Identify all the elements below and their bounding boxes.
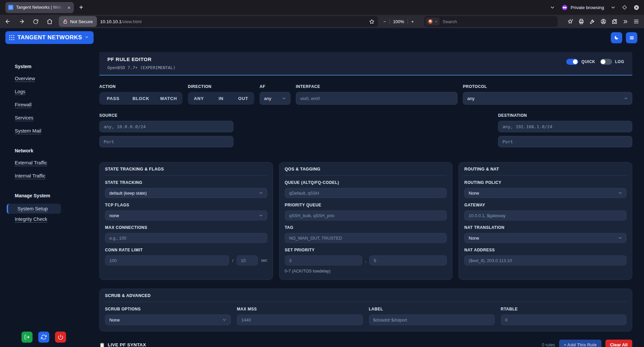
- chevron-down-icon: [282, 96, 286, 100]
- label-input[interactable]: [369, 314, 495, 325]
- home-icon[interactable]: [47, 18, 53, 24]
- account-icon[interactable]: [600, 18, 606, 24]
- sidebar-item-system-setup-active[interactable]: System Setup: [7, 204, 61, 214]
- nat-address-input[interactable]: [464, 255, 627, 265]
- extensions-puzzle-icon[interactable]: [611, 18, 618, 24]
- tools-wrench-icon[interactable]: [589, 18, 595, 24]
- back-icon[interactable]: [5, 18, 11, 24]
- quick-toggle-track[interactable]: [566, 59, 578, 65]
- tab-list-chevron-icon[interactable]: [550, 5, 555, 10]
- gateway-input[interactable]: [464, 210, 627, 220]
- quick-toggle[interactable]: QUICK: [566, 59, 595, 65]
- interface-input[interactable]: [296, 92, 458, 105]
- window-close-icon[interactable]: [634, 5, 639, 10]
- queue-input[interactable]: [285, 188, 447, 198]
- scrub-options-select[interactable]: None: [105, 314, 231, 325]
- rules-count: 0 rules: [542, 342, 555, 347]
- forward-icon[interactable]: [19, 18, 25, 24]
- conn-rate-seconds-input[interactable]: [236, 255, 258, 265]
- sidebar-item-integrity-check[interactable]: Integrity Check: [15, 216, 47, 222]
- new-tab-button[interactable]: +: [79, 4, 83, 11]
- destination-port-input[interactable]: [498, 136, 632, 147]
- chevron-down-icon: [222, 318, 226, 322]
- log-toggle-track[interactable]: [600, 59, 612, 65]
- conn-rate-count-input[interactable]: [105, 255, 229, 265]
- max-connections-input[interactable]: [105, 233, 267, 243]
- zoom-in-button[interactable]: +: [411, 19, 414, 24]
- browser-tab[interactable]: Tangent Networks | Web in ×: [5, 2, 74, 13]
- private-mask-icon: [561, 4, 568, 11]
- url-bar[interactable]: Not Secure 10.10.10.1/view.html: [59, 16, 378, 27]
- log-toggle[interactable]: LOG: [600, 59, 625, 65]
- action-block-button[interactable]: BLOCK: [127, 96, 155, 101]
- pf-rule-editor-header: PF RULE EDITOR OpenBSD 7.7+ (EXPERIMENTA…: [99, 52, 632, 76]
- power-button[interactable]: [55, 332, 66, 343]
- more-tools-chevrons-icon[interactable]: [623, 19, 628, 24]
- destination-address-input[interactable]: [498, 121, 632, 132]
- priority-queue-input[interactable]: [285, 210, 447, 220]
- rtable-input[interactable]: [501, 314, 627, 325]
- moon-icon: [614, 35, 619, 40]
- routing-nat-card: ROUTING & NAT ROUTING POLICY None GATEWA…: [459, 162, 632, 280]
- refresh-button[interactable]: [38, 332, 49, 343]
- nat-address-label: NAT ADDRESS: [464, 248, 627, 252]
- conn-rate-limit-label: CONN RATE LIMIT: [105, 248, 267, 252]
- logout-button[interactable]: [21, 332, 33, 343]
- set-priority-hint: 0-7 (ACK/TOS lowdelay): [285, 269, 447, 274]
- sidebar-item-overview[interactable]: Overview: [15, 76, 35, 81]
- sidebar-item-system-mail[interactable]: System Mail: [15, 128, 41, 134]
- add-rule-button[interactable]: + Add This Rule: [559, 340, 601, 347]
- direction-label: DIRECTION: [188, 84, 254, 89]
- nat-translation-select[interactable]: None: [464, 233, 627, 243]
- state-tracking-select[interactable]: default (keep state): [105, 188, 267, 198]
- chevron-down-icon: [618, 191, 622, 195]
- max-mss-input[interactable]: [237, 314, 363, 325]
- sidebar-item-system-setup[interactable]: System Setup: [17, 206, 48, 211]
- search-engine-selector[interactable]: [426, 17, 440, 26]
- dark-mode-button[interactable]: [611, 32, 622, 43]
- sidebar-item-internal-traffic[interactable]: Internal Traffic: [15, 173, 46, 179]
- bookmarks-star-icon[interactable]: [567, 18, 573, 24]
- zoom-out-button[interactable]: −: [383, 19, 386, 24]
- destination-label: DESTINATION: [498, 113, 632, 118]
- menu-hamburger-icon[interactable]: [633, 18, 639, 24]
- tag-input[interactable]: [285, 233, 447, 243]
- af-select[interactable]: any: [260, 92, 290, 105]
- clear-all-button[interactable]: Clear All: [605, 340, 632, 347]
- source-port-input[interactable]: [99, 136, 233, 147]
- separator: [408, 19, 408, 24]
- search-bar[interactable]: [424, 16, 558, 27]
- bookmark-star-icon[interactable]: [369, 19, 375, 24]
- routing-policy-select[interactable]: None: [464, 188, 627, 198]
- direction-in-button[interactable]: IN: [210, 96, 232, 101]
- direction-out-button[interactable]: OUT: [232, 96, 254, 101]
- page-subtitle: OpenBSD 7.7+ (EXPERIMENTAL): [107, 65, 175, 70]
- max-mss-label: MAX MSS: [237, 307, 363, 311]
- url-text: 10.10.10.1/view.html: [100, 19, 369, 24]
- print-icon[interactable]: [578, 18, 584, 24]
- action-match-button[interactable]: MATCH: [155, 96, 182, 101]
- set-priority-second-input[interactable]: [369, 255, 447, 265]
- reload-icon[interactable]: [33, 19, 39, 24]
- sidebar-item-external-traffic[interactable]: External Traffic: [15, 160, 47, 165]
- scrub-options-field: SCRUB OPTIONS None: [105, 302, 231, 325]
- direction-any-button[interactable]: ANY: [188, 96, 210, 101]
- sidebar-item-logs[interactable]: Logs: [15, 89, 25, 94]
- menu-button[interactable]: [626, 32, 637, 43]
- window-minimize-icon[interactable]: [611, 5, 615, 10]
- search-input[interactable]: [442, 19, 556, 24]
- protocol-select[interactable]: any: [463, 92, 632, 105]
- sidebar-item-services[interactable]: Services: [15, 115, 34, 120]
- tab-close-icon[interactable]: ×: [67, 4, 71, 11]
- action-pass-button[interactable]: PASS: [99, 96, 127, 101]
- power-icon: [58, 334, 63, 340]
- window-maximize-icon[interactable]: [622, 5, 627, 10]
- security-chip[interactable]: Not Secure: [59, 16, 97, 27]
- set-priority-first-input[interactable]: [285, 255, 362, 265]
- chevron-down-icon: [624, 96, 628, 100]
- sidebar-item-firewall[interactable]: Firewall: [15, 102, 32, 107]
- source-address-input[interactable]: [99, 121, 233, 132]
- zoom-level[interactable]: 100%: [393, 19, 404, 24]
- tcp-flags-select[interactable]: none: [105, 210, 267, 220]
- brand-logo[interactable]: TANGENT NETWORKS™: [5, 31, 94, 44]
